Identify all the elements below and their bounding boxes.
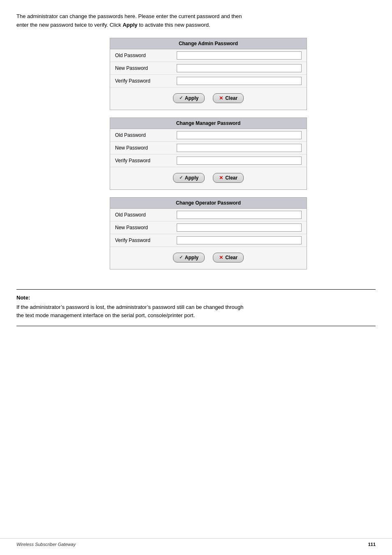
manager-apply-icon: ✓ [179,175,183,180]
forms-container: Change Admin Password Old Password New P… [41,38,376,277]
note-text: If the administrator’s password is lost,… [16,303,376,320]
admin-section-title: Change Admin Password [179,41,238,46]
admin-button-row: ✓ Apply ✕ Clear [110,88,307,110]
admin-apply-label: Apply [185,95,198,101]
manager-clear-label: Clear [225,175,238,181]
admin-apply-button[interactable]: ✓ Apply [173,93,205,103]
manager-new-password-label: New Password [115,145,177,151]
operator-apply-button[interactable]: ✓ Apply [173,253,205,263]
operator-clear-icon: ✕ [219,255,223,260]
manager-clear-icon: ✕ [219,175,223,181]
operator-new-password-row: New Password [110,221,307,234]
admin-clear-label: Clear [225,95,238,101]
manager-section-title: Change Manager Password [176,120,241,126]
manager-clear-button[interactable]: ✕ Clear [213,173,244,183]
note-title: Note: [16,295,376,301]
manager-password-section: Change Manager Password Old Password New… [110,117,307,190]
operator-verify-password-input[interactable] [177,236,302,244]
intro-bold: Apply [122,22,137,28]
manager-old-password-input[interactable] [177,131,302,139]
operator-verify-password-row: Verify Password [110,234,307,247]
operator-button-row: ✓ Apply ✕ Clear [110,247,307,269]
admin-old-password-input[interactable] [177,51,302,60]
admin-password-section: Change Admin Password Old Password New P… [110,38,307,110]
operator-apply-icon: ✓ [179,255,183,260]
operator-old-password-label: Old Password [115,212,177,218]
manager-new-password-input[interactable] [177,144,302,152]
operator-new-password-input[interactable] [177,223,302,232]
operator-section-header: Change Operator Password [110,198,307,209]
manager-button-row: ✓ Apply ✕ Clear [110,167,307,189]
footer-page-number: 111 [368,542,376,547]
page-content: The administrator can change the passwor… [0,0,392,285]
operator-old-password-row: Old Password [110,209,307,221]
admin-clear-icon: ✕ [219,95,223,101]
manager-new-password-row: New Password [110,142,307,154]
note-text-2: the text mode management interface on th… [16,312,195,318]
intro-text-3: to activate this new password. [138,22,210,28]
operator-new-password-label: New Password [115,225,177,230]
manager-verify-password-input[interactable] [177,157,302,165]
intro-text-2: enter the new password twice to verify. … [16,22,122,28]
admin-section-header: Change Admin Password [110,38,307,49]
operator-old-password-input[interactable] [177,211,302,219]
admin-apply-icon: ✓ [179,95,183,101]
manager-section-header: Change Manager Password [110,118,307,129]
manager-apply-button[interactable]: ✓ Apply [173,173,205,183]
manager-verify-password-row: Verify Password [110,154,307,167]
manager-apply-label: Apply [185,175,198,181]
operator-clear-label: Clear [225,255,238,260]
admin-old-password-row: Old Password [110,49,307,62]
admin-new-password-label: New Password [115,65,177,71]
operator-clear-button[interactable]: ✕ Clear [213,253,244,263]
admin-old-password-label: Old Password [115,53,177,58]
admin-verify-password-label: Verify Password [115,78,177,84]
operator-verify-password-label: Verify Password [115,237,177,243]
admin-verify-password-row: Verify Password [110,75,307,88]
intro-text-1: The administrator can change the passwor… [16,13,242,19]
footer-title: Wireless Subscriber Gateway [16,542,76,547]
admin-new-password-row: New Password [110,62,307,75]
manager-verify-password-label: Verify Password [115,158,177,164]
intro-paragraph: The administrator can change the passwor… [16,12,376,30]
note-section: Note: If the administrator’s password is… [16,289,376,327]
admin-clear-button[interactable]: ✕ Clear [213,93,244,103]
manager-old-password-row: Old Password [110,129,307,142]
admin-verify-password-input[interactable] [177,77,302,85]
operator-password-section: Change Operator Password Old Password Ne… [110,197,307,269]
admin-new-password-input[interactable] [177,64,302,72]
operator-apply-label: Apply [185,255,198,260]
manager-old-password-label: Old Password [115,132,177,138]
page-footer: Wireless Subscriber Gateway 111 [0,538,392,547]
note-text-1: If the administrator’s password is lost,… [16,304,244,310]
operator-section-title: Change Operator Password [176,200,241,206]
